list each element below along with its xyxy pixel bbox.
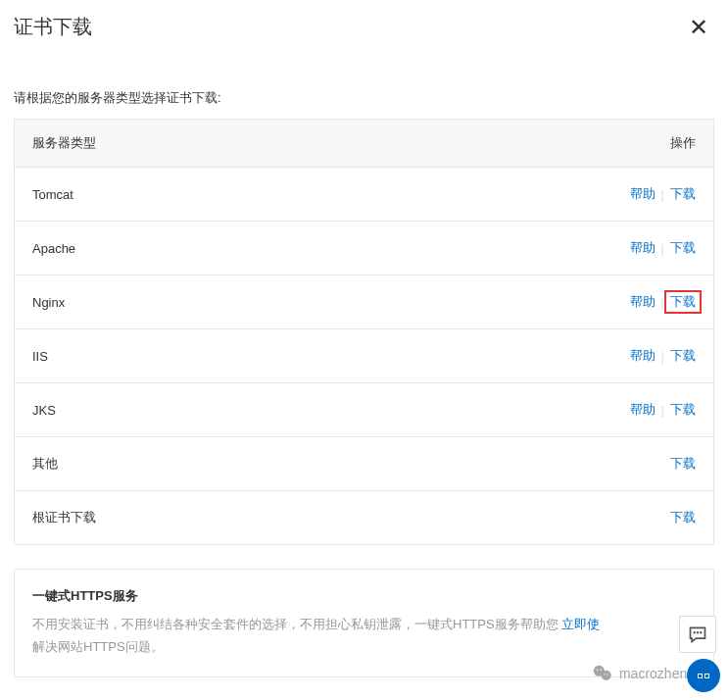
- table-row: Tomcat帮助|下载: [15, 168, 713, 222]
- row-actions: 下载: [670, 455, 696, 473]
- promo-link[interactable]: 立即使: [561, 617, 600, 631]
- divider: |: [661, 349, 664, 364]
- svg-point-6: [600, 670, 602, 672]
- help-link[interactable]: 帮助: [630, 401, 655, 419]
- wechat-name: macrozheng: [619, 666, 695, 681]
- promo-text-before: 不用安装证书，不用纠结各种安全套件的选择，不用担心私钥泄露，一键式HTTPS服务…: [32, 617, 561, 631]
- row-label: Apache: [32, 241, 75, 256]
- row-actions: 帮助|下载: [630, 347, 696, 365]
- table-header: 服务器类型 操作: [15, 120, 713, 168]
- promo-box: 一键式HTTPS服务 不用安装证书，不用纠结各种安全套件的选择，不用担心私钥泄露…: [14, 569, 714, 677]
- svg-point-4: [602, 671, 611, 680]
- table-row: IIS帮助|下载: [15, 329, 713, 383]
- promo-text-after: 解决网站HTTPS问题。: [32, 639, 164, 654]
- header-action: 操作: [670, 134, 696, 152]
- help-link[interactable]: 帮助: [630, 347, 655, 365]
- divider: |: [661, 403, 664, 418]
- svg-point-5: [597, 670, 599, 672]
- row-actions: 下载: [670, 509, 696, 526]
- row-label: Nginx: [32, 295, 65, 310]
- close-icon[interactable]: ✕: [685, 16, 712, 39]
- table-row: Nginx帮助|下载: [15, 275, 713, 329]
- download-link[interactable]: 下载: [670, 509, 696, 526]
- wechat-icon: [592, 663, 613, 684]
- table-row: Apache帮助|下载: [15, 222, 713, 275]
- server-type-table: 服务器类型 操作 Tomcat帮助|下载Apache帮助|下载Nginx帮助|下…: [14, 119, 714, 545]
- download-link[interactable]: 下载: [670, 239, 696, 257]
- row-actions: 帮助|下载: [630, 239, 696, 257]
- download-link[interactable]: 下载: [670, 401, 696, 419]
- promo-title: 一键式HTTPS服务: [32, 587, 696, 605]
- row-label: IIS: [32, 349, 48, 364]
- download-link[interactable]: 下载: [670, 185, 696, 203]
- download-link[interactable]: 下载: [670, 455, 696, 473]
- help-link[interactable]: 帮助: [630, 293, 655, 311]
- instruction-text: 请根据您的服务器类型选择证书下载:: [14, 89, 714, 107]
- row-label: 其他: [32, 455, 58, 473]
- header-server-type: 服务器类型: [32, 134, 96, 152]
- expand-icon: [698, 674, 709, 678]
- table-row: JKS帮助|下载: [15, 383, 713, 437]
- row-actions: 帮助|下载: [630, 293, 696, 311]
- promo-text: 不用安装证书，不用纠结各种安全套件的选择，不用担心私钥泄露，一键式HTTPS服务…: [32, 613, 696, 659]
- table-row: 根证书下载下载: [15, 491, 713, 544]
- svg-point-1: [698, 632, 699, 633]
- divider: |: [661, 241, 664, 256]
- svg-point-0: [694, 632, 695, 633]
- table-row: 其他下载: [15, 437, 713, 491]
- svg-point-8: [607, 674, 608, 675]
- download-link[interactable]: 下载: [664, 290, 702, 314]
- row-actions: 帮助|下载: [630, 401, 696, 419]
- modal-title: 证书下载: [14, 14, 92, 40]
- svg-point-7: [604, 674, 605, 675]
- row-actions: 帮助|下载: [630, 185, 696, 203]
- expand-button[interactable]: [687, 659, 720, 692]
- wechat-badge: macrozheng: [592, 663, 695, 684]
- row-label: 根证书下载: [32, 509, 96, 526]
- row-label: JKS: [32, 403, 56, 418]
- chat-icon[interactable]: [679, 616, 716, 653]
- row-label: Tomcat: [32, 187, 73, 202]
- help-link[interactable]: 帮助: [630, 185, 655, 203]
- download-link[interactable]: 下载: [670, 347, 696, 365]
- divider: |: [661, 187, 664, 202]
- svg-point-2: [701, 632, 702, 633]
- help-link[interactable]: 帮助: [630, 239, 655, 257]
